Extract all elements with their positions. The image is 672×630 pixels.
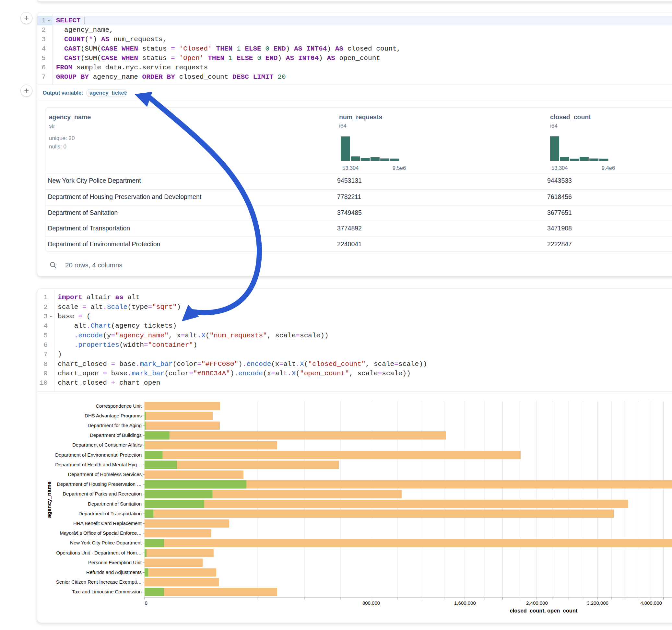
svg-text:DHS Advantage Programs: DHS Advantage Programs: [85, 413, 142, 418]
svg-text:Refunds and Adjustments: Refunds and Adjustments: [86, 570, 142, 575]
svg-text:HRA Benefit Card Replacement: HRA Benefit Card Replacement: [73, 520, 142, 526]
svg-text:Senior Citizen Rent Increase E: Senior Citizen Rent Increase Exempti…: [56, 579, 142, 585]
svg-text:4,000,000: 4,000,000: [640, 600, 662, 606]
svg-text:800,000: 800,000: [362, 600, 380, 606]
svg-text:closed_count, open_count: closed_count, open_count: [510, 608, 578, 613]
svg-text:Department of Sanitation: Department of Sanitation: [88, 501, 142, 507]
svg-text:Department of Transportation: Department of Transportation: [78, 511, 142, 516]
svg-text:Department for the Aging: Department for the Aging: [88, 422, 142, 428]
svg-text:3,200,000: 3,200,000: [587, 600, 608, 606]
svg-text:Department of Consumer Affairs: Department of Consumer Affairs: [72, 442, 142, 447]
svg-text:Department of Housing Preserva: Department of Housing Preservation …: [57, 481, 142, 487]
svg-text:0: 0: [145, 600, 147, 606]
svg-text:Taxi and Limousine Commission: Taxi and Limousine Commission: [72, 589, 142, 595]
svg-text:Operations Unit - Department o: Operations Unit - Department of Hom…: [56, 550, 142, 555]
svg-text:1,600,000: 1,600,000: [454, 600, 476, 606]
svg-text:Department of Parks and Recrea: Department of Parks and Recreation: [63, 491, 142, 496]
svg-text:Department of Buildings: Department of Buildings: [90, 432, 142, 438]
svg-text:Correspondence Unit: Correspondence Unit: [96, 403, 142, 409]
svg-text:agency_name: agency_name: [46, 482, 52, 518]
svg-text:Department of Environmental Pr: Department of Environmental Protection: [55, 452, 142, 458]
svg-text:New York City Police Departmen: New York City Police Department: [70, 540, 142, 546]
svg-text:Mayorâ€ s Office of Special En: Mayorâ€ s Office of Special Enforce…: [59, 530, 142, 536]
svg-text:2,400,000: 2,400,000: [526, 600, 548, 606]
svg-text:Personal Exemption Unit: Personal Exemption Unit: [88, 560, 142, 565]
svg-text:Department of Homeless Service: Department of Homeless Services: [68, 471, 142, 477]
svg-text:Department of Health and Menta: Department of Health and Mental Hyg…: [55, 462, 142, 467]
